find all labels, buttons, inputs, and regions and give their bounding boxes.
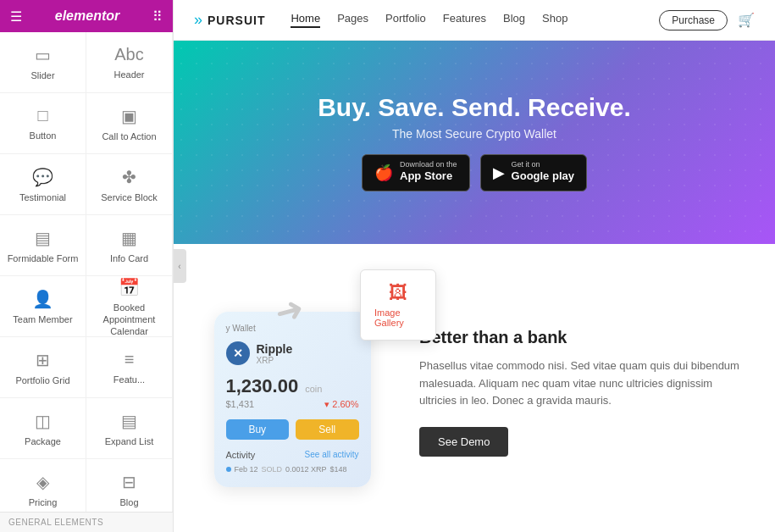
sidebar-item-button[interactable]: □ Button — [0, 93, 86, 154]
ripple-name: Ripple — [257, 342, 293, 356]
features-label: Featu... — [113, 374, 145, 385]
wallet-change: ▾ 2.60% — [324, 399, 358, 411]
header-icon: Abc — [114, 45, 143, 64]
see-demo-button[interactable]: See Demo — [419, 427, 508, 457]
blog-label: Blog — [119, 496, 138, 508]
wallet-amount-unit: coin — [305, 384, 322, 394]
sidebar-item-expand-list[interactable]: ▤ Expand List — [86, 398, 173, 459]
wallet-card: y Wallet ✕ Ripple XRP 1,230.00 coin $1,4… — [214, 312, 371, 487]
app-store-button[interactable]: 🍎 Download on the App Store — [362, 154, 470, 191]
activity-label: Activity — [226, 450, 256, 460]
google-play-button[interactable]: ▶ Get it on Google play — [480, 154, 587, 191]
google-play-top-text: Get it on — [512, 161, 574, 169]
nav-link-portfolio[interactable]: Portfolio — [385, 12, 426, 28]
booked-appointment-icon: 📅 — [119, 277, 140, 297]
sidebar-item-info-card[interactable]: ▦ Info Card — [86, 215, 173, 276]
hero-subtitle: The Most Secure Crypto Wallet — [392, 127, 556, 141]
pricing-label: Pricing — [29, 496, 58, 508]
booked-appointment-label: Booked Appointment Calendar — [91, 302, 167, 338]
sidebar-item-package[interactable]: ◫ Package — [0, 398, 86, 459]
nav-link-home[interactable]: Home — [291, 12, 320, 28]
google-play-icon: ▶ — [493, 163, 505, 182]
call-to-action-label: Call to Action — [102, 130, 156, 142]
app-store-top-text: Download on the — [400, 161, 457, 169]
grid-icon[interactable]: ⠿ — [152, 8, 163, 25]
expand-list-icon: ▤ — [121, 411, 137, 431]
hero-buttons: 🍎 Download on the App Store ▶ Get it on … — [362, 154, 587, 191]
team-member-icon: 👤 — [32, 289, 53, 309]
tx-amount: 0.0012 XRP — [285, 465, 327, 474]
image-gallery-tooltip-icon: 🖼 — [389, 282, 407, 304]
sidebar-item-service-block[interactable]: ✤ Service Block — [86, 154, 173, 215]
sidebar-item-call-to-action[interactable]: ▣ Call to Action — [86, 93, 173, 154]
collapse-handle[interactable]: ‹ — [174, 249, 186, 283]
header-label: Header — [113, 69, 144, 80]
tx-usd: $148 — [330, 465, 347, 474]
bank-text: Phasellus vitae commodo nisi. Sed vitae … — [419, 357, 750, 410]
blog-icon: ⊟ — [122, 472, 136, 492]
sidebar-item-pricing[interactable]: ◈ Pricing — [0, 459, 86, 512]
sidebar-item-portfolio-grid[interactable]: ⊞ Portfolio Grid — [0, 337, 86, 398]
features-icon: ≡ — [125, 350, 135, 369]
nav-link-shop[interactable]: Shop — [542, 12, 567, 28]
package-icon: ◫ — [35, 411, 51, 431]
call-to-action-icon: ▣ — [121, 106, 137, 126]
image-gallery-tooltip-label: Image Gallery — [374, 308, 422, 328]
tx-date: Feb 12 — [235, 465, 258, 474]
hamburger-icon[interactable]: ☰ — [10, 8, 22, 25]
button-icon: □ — [37, 106, 47, 125]
sidebar-item-booked-appointment[interactable]: 📅 Booked Appointment Calendar — [86, 276, 173, 337]
ripple-row: ✕ Ripple XRP — [226, 341, 359, 365]
wallet-buttons: Buy Sell — [226, 419, 359, 440]
expand-list-label: Expand List — [105, 435, 153, 447]
below-hero: ➜ 🖼 Image Gallery y Wallet ✕ Ripple XRP … — [174, 244, 775, 532]
image-gallery-tooltip: 🖼 Image Gallery — [360, 269, 436, 341]
ripple-ticker: XRP — [257, 356, 293, 365]
wallet-transaction: Feb 12 SOLD 0.0012 XRP $148 — [226, 465, 359, 474]
bank-title: Better than a bank — [419, 328, 750, 347]
formidable-form-label: Formidable Form — [8, 252, 79, 264]
sidebar-header: ☰ elementor ⠿ — [0, 0, 173, 32]
nav-links: HomePagesPortfolioFeaturesBlogShop — [291, 12, 659, 28]
tx-sell-label: SOLD — [262, 465, 283, 474]
tx-dot — [226, 467, 231, 472]
sidebar-item-blog[interactable]: ⊟ Blog — [86, 459, 173, 512]
sidebar-footer: GENERAL ELEMENTS — [0, 512, 173, 532]
wallet-usd: $1,431 — [226, 399, 255, 409]
info-card-label: Info Card — [110, 252, 148, 264]
app-store-main-text: App Store — [400, 169, 457, 184]
google-play-main-text: Google play — [512, 169, 574, 184]
wallet-preview-area: ➜ 🖼 Image Gallery y Wallet ✕ Ripple XRP … — [174, 244, 394, 532]
formidable-form-icon: ▤ — [35, 228, 51, 248]
sidebar-item-team-member[interactable]: 👤 Team Member — [0, 276, 86, 337]
pursuit-logo-icon: » — [194, 11, 202, 29]
bank-section: Better than a bank Phasellus vitae commo… — [394, 244, 775, 532]
pursuit-logo-name: PURSUIT — [208, 14, 265, 27]
nav-link-blog[interactable]: Blog — [503, 12, 525, 28]
wallet-buy-button[interactable]: Buy — [226, 419, 290, 440]
purchase-button[interactable]: Purchase — [659, 10, 728, 30]
sidebar-item-testimonial[interactable]: 💬 Testimonial — [0, 154, 86, 215]
slider-icon: ▭ — [35, 45, 51, 65]
sidebar-item-formidable-form[interactable]: ▤ Formidable Form — [0, 215, 86, 276]
sidebar-item-slider[interactable]: ▭ Slider — [0, 32, 86, 93]
slider-label: Slider — [30, 69, 54, 81]
see-all-activity-link[interactable]: See all activity — [305, 450, 359, 460]
hero-title: Buy. Save. Send. Receive. — [318, 93, 631, 122]
wallet-amount: 1,230.00 — [226, 375, 299, 397]
apple-icon: 🍎 — [374, 163, 393, 182]
service-block-icon: ✤ — [122, 167, 136, 187]
cart-icon[interactable]: 🛒 — [738, 12, 755, 28]
testimonial-label: Testimonial — [19, 191, 66, 203]
portfolio-grid-icon: ⊞ — [36, 350, 50, 370]
sidebar-item-features[interactable]: ≡ Featu... — [86, 337, 173, 398]
sidebar-item-header[interactable]: Abc Header — [86, 32, 173, 93]
pricing-icon: ◈ — [36, 472, 49, 492]
hero-section: Buy. Save. Send. Receive. The Most Secur… — [174, 41, 775, 244]
nav-link-features[interactable]: Features — [443, 12, 486, 28]
nav-link-pages[interactable]: Pages — [337, 12, 368, 28]
sidebar: ☰ elementor ⠿ ▭ Slider Abc Header □ Butt… — [0, 0, 174, 532]
wallet-sell-button[interactable]: Sell — [296, 419, 359, 440]
sidebar-items-grid: ▭ Slider Abc Header □ Button ▣ Call to A… — [0, 32, 173, 512]
nav-logo: » PURSUIT — [194, 11, 265, 29]
